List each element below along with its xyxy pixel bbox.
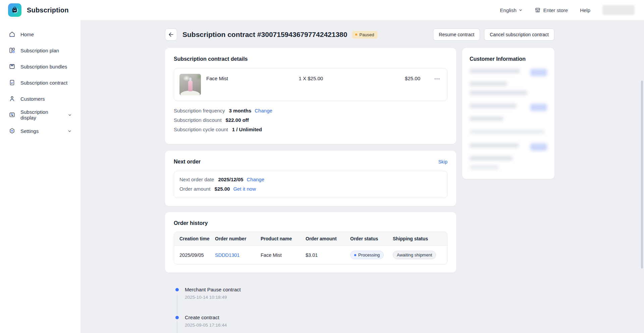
- change-date-link[interactable]: Change: [247, 177, 264, 182]
- product-qty-price: 1 X $25.00: [299, 74, 380, 81]
- page-header: Subscription contract #30071594367977424…: [165, 29, 554, 41]
- chevron-down-icon: [68, 113, 72, 117]
- gear-icon: [9, 128, 15, 134]
- sidebar-item-subscription-display[interactable]: Subscription display: [0, 107, 80, 123]
- timeline-connector: [177, 321, 177, 333]
- change-frequency-link[interactable]: Change: [255, 108, 272, 113]
- product-image-leaf: [197, 75, 201, 79]
- processing-dot-icon: [354, 254, 356, 256]
- sidebar-item-customers[interactable]: Customers: [0, 91, 80, 107]
- sidebar-item-home[interactable]: Home: [0, 26, 80, 42]
- product-more-menu-button[interactable]: [420, 74, 442, 82]
- left-column: Subscription contract details Face Mist …: [165, 48, 456, 333]
- col-order-status: Order status: [350, 232, 393, 246]
- timeline-event-time: 2025-10-14 10:18:49: [185, 295, 241, 300]
- skip-link[interactable]: Skip: [438, 159, 447, 164]
- cell-order-amount: $3.01: [306, 246, 350, 265]
- sidebar-item-label: Subscription bundles: [20, 64, 67, 69]
- blurred-text: [470, 130, 545, 134]
- body-row: Home Subscription plan Subscription bund…: [0, 20, 644, 333]
- get-it-now-link[interactable]: Get it now: [233, 186, 256, 192]
- ellipsis-icon: [434, 76, 440, 82]
- product-image-cap: [189, 78, 192, 81]
- next-order-card: Next order Skip Next order date 2025/12/…: [165, 151, 456, 206]
- product-name: Face Mist: [206, 74, 299, 81]
- customers-icon: [9, 95, 15, 102]
- resume-contract-button[interactable]: Resume contract: [433, 29, 480, 41]
- language-selector[interactable]: English: [500, 7, 523, 13]
- discount-value: $22.00 off: [226, 117, 249, 123]
- display-icon: [9, 111, 15, 118]
- user-account-blurred[interactable]: [602, 5, 635, 15]
- discount-label: Subscription discount: [174, 117, 222, 123]
- sidebar-item-label: Settings: [20, 128, 39, 134]
- blurred-text: [470, 82, 507, 86]
- cell-product-name: Face Mist: [261, 246, 306, 265]
- blurred-row: [470, 104, 547, 111]
- sidebar-item-subscription-contract[interactable]: Subscription contract: [0, 75, 80, 91]
- timeline-item-body: Create contract 2025-09-05 17:16:44: [185, 315, 227, 333]
- frequency-label: Subscription frequency: [174, 108, 225, 113]
- shipping-status-badge: Awaiting shipment: [393, 251, 436, 259]
- timeline-dot-icon: [175, 288, 179, 291]
- topbar: Subscription English Enter store Help: [0, 0, 644, 20]
- timeline-item: Create contract 2025-09-05 17:16:44: [175, 315, 456, 333]
- order-amount-value: $25.00: [215, 186, 230, 192]
- frequency-value: 3 months: [229, 108, 252, 113]
- sidebar-item-subscription-bundles[interactable]: Subscription bundles: [0, 58, 80, 75]
- timeline-item-body: Merchant Pause contract 2025-10-14 10:18…: [185, 287, 241, 315]
- scrollbar-thumb[interactable]: [641, 81, 643, 269]
- order-amount-row: Order amount $25.00 Get it now: [179, 186, 442, 192]
- language-label: English: [500, 7, 517, 13]
- table-header-row: Creation time Order number Product name …: [174, 232, 447, 246]
- chevron-down-icon: [67, 129, 72, 133]
- shipping-status-label: Awaiting shipment: [397, 252, 432, 257]
- page-title: Subscription contract #30071594367977424…: [182, 31, 347, 39]
- contract-icon: [9, 79, 15, 86]
- enter-store-label: Enter store: [543, 7, 568, 13]
- order-amount-label: Order amount: [179, 186, 211, 192]
- blurred-row: [470, 69, 547, 76]
- blurred-link: [530, 104, 547, 111]
- order-history-heading: Order history: [174, 220, 447, 226]
- blurred-text: [470, 104, 517, 108]
- arrow-left-icon: [168, 31, 174, 38]
- right-column: Customer Information: [462, 48, 554, 179]
- product-image: [179, 74, 201, 95]
- timeline-connector: [177, 293, 177, 315]
- header-actions: Resume contract Cancel subscription cont…: [433, 29, 554, 41]
- back-button[interactable]: [165, 29, 177, 41]
- sidebar-item-subscription-plan[interactable]: Subscription plan: [0, 42, 80, 58]
- status-badge-label: Paused: [359, 32, 374, 37]
- customer-information-heading: Customer Information: [470, 56, 547, 62]
- timeline-event-title: Merchant Pause contract: [185, 287, 241, 292]
- order-status-badge: Processing: [350, 251, 384, 259]
- chevron-down-icon: [519, 8, 523, 12]
- topbar-right: English Enter store Help: [500, 5, 635, 15]
- table-row: 2025/09/05 SDDD1301 Face Mist $3.01 Proc…: [174, 246, 447, 265]
- product-line-item: Face Mist 1 X $25.00 $25.00: [174, 68, 447, 101]
- col-shipping-status: Shipping status: [393, 232, 447, 246]
- timeline-rail: [175, 287, 179, 315]
- next-order-date-row: Next order date 2025/12/05 Change: [179, 177, 442, 182]
- cell-creation-time: 2025/09/05: [174, 246, 215, 265]
- order-number-link[interactable]: SDDD1301: [215, 252, 239, 258]
- next-order-box: Next order date 2025/12/05 Change Order …: [174, 171, 447, 198]
- col-product-name: Product name: [261, 232, 306, 246]
- sidebar-item-label: Subscription display: [20, 109, 63, 121]
- app-logo: [8, 3, 21, 17]
- order-history-table: Creation time Order number Product name …: [174, 232, 447, 264]
- storefront-icon: [535, 7, 541, 13]
- product-image-bottle: [188, 81, 193, 91]
- blurred-link: [530, 143, 547, 151]
- sidebar-item-settings[interactable]: Settings: [0, 123, 80, 139]
- frequency-row: Subscription frequency 3 months Change: [174, 108, 447, 113]
- blurred-text: [470, 156, 513, 160]
- shopping-bag-icon: [11, 6, 19, 14]
- customer-information-blurred-content: [470, 69, 547, 170]
- enter-store-button[interactable]: Enter store: [535, 7, 568, 13]
- cancel-subscription-contract-button[interactable]: Cancel subscription contract: [484, 29, 554, 41]
- help-button[interactable]: Help: [580, 7, 590, 13]
- next-order-date-value: 2025/12/05: [218, 177, 243, 182]
- home-icon: [9, 31, 15, 38]
